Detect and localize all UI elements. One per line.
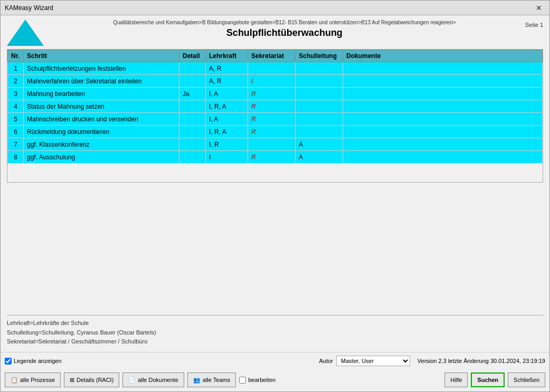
table-cell: 8 [8, 151, 24, 164]
details-raci-label: Details (RACI) [77, 377, 113, 383]
version-text: Version 2.3 letzte Änderung 30.01.2024, … [418, 358, 545, 364]
table-cell [296, 75, 343, 88]
table-cell [343, 113, 543, 126]
table-cell: 6 [8, 126, 24, 138]
hilfe-label: Hilfe [450, 377, 462, 383]
alle-dokumente-button[interactable]: 📄 alle Dokumente [122, 372, 184, 387]
table-cell [343, 151, 543, 164]
table-cell: Schulpflichtverletzungen feststellen [24, 62, 179, 75]
table-body: 1Schulpflichtverletzungen feststellenA, … [8, 62, 543, 164]
author-select[interactable]: Master, User [336, 356, 410, 366]
header-text: Qualitätsbereiche und Kernaufgaben>B Bil… [49, 20, 520, 39]
alle-prozesse-button[interactable]: 📋 alle Prozesse [5, 372, 61, 387]
table-cell: Mahnung bearbeiten [24, 88, 179, 100]
window-title: KAMeasy Wizard [5, 4, 53, 12]
schliessen-button[interactable]: Schließen [508, 372, 545, 387]
details-raci-button[interactable]: ⊞ Details (RACI) [64, 372, 119, 387]
alle-prozesse-icon: 📋 [11, 377, 18, 384]
bearbeiten-container[interactable]: bearbeiten [239, 377, 276, 384]
table-cell: Mahnschreiben drucken und versenden [24, 113, 179, 126]
table-cell: A, R [206, 75, 248, 88]
bottom-bar: Legende anzeigen Autor Master, User Vers… [1, 352, 549, 369]
col-header-nr: Nr. [8, 50, 24, 62]
col-header-schulleitung: Schulleitung [296, 50, 343, 62]
table-cell: 5 [8, 113, 24, 126]
main-table: Nr. Schritt Detail Lehrkraft Sekretariat… [7, 50, 543, 164]
table-row: 4Status der Mahnung setzenI, R, AR [8, 100, 543, 113]
table-row: 1Schulpflichtverletzungen feststellenA, … [8, 62, 543, 75]
table-cell: Rückmeldung dokumentieren [24, 126, 179, 138]
close-button[interactable]: ✕ [533, 3, 545, 13]
bearbeiten-label: bearbeiten [248, 377, 276, 383]
table-cell [179, 113, 206, 126]
legend-line3: Sekretariat=Sekretariat / Geschäftszimme… [7, 337, 543, 347]
table-cell: R [248, 126, 296, 138]
table-cell: I, R, A [206, 126, 248, 138]
table-row: 6Rückmeldung dokumentierenI, R, AR [8, 126, 543, 138]
table-row: 2Mahnverfahren über Sekretariat einleite… [8, 75, 543, 88]
table-cell [343, 126, 543, 138]
table-cell [343, 100, 543, 113]
table-cell: 2 [8, 75, 24, 88]
alle-dokumente-icon: 📄 [128, 377, 136, 384]
table-cell [296, 126, 343, 138]
main-table-container: Nr. Schritt Detail Lehrkraft Sekretariat… [7, 49, 543, 183]
table-cell: ggf. Ausschulung [24, 151, 179, 164]
col-header-detail: Detail [179, 50, 206, 62]
logo [7, 20, 44, 46]
table-cell: I, A [206, 113, 248, 126]
table-cell [343, 62, 543, 75]
bearbeiten-checkbox[interactable] [239, 377, 246, 384]
table-cell: R [248, 88, 296, 100]
details-raci-icon: ⊞ [70, 377, 74, 384]
table-cell: 1 [8, 62, 24, 75]
table-header-row: Nr. Schritt Detail Lehrkraft Sekretariat… [8, 50, 543, 62]
header-section: Qualitätsbereiche und Kernaufgaben>B Bil… [7, 20, 543, 46]
col-header-lehrkraft: Lehrkraft [206, 50, 248, 62]
table-cell [179, 151, 206, 164]
hilfe-button[interactable]: Hilfe [444, 372, 468, 387]
alle-prozesse-label: alle Prozesse [20, 377, 55, 383]
alle-teams-icon: 👥 [193, 377, 201, 384]
main-window: KAMeasy Wizard ✕ Qualitätsbereiche und K… [0, 0, 550, 392]
suchen-label: Suchen [477, 377, 498, 383]
legend-checkbox[interactable] [5, 358, 12, 365]
alle-teams-button[interactable]: 👥 alle Teams [187, 372, 236, 387]
suchen-button[interactable]: Suchen [471, 372, 505, 387]
table-cell: Ja [179, 88, 206, 100]
table-row: 8ggf. AusschulungIRA [8, 151, 543, 164]
col-header-schritt: Schritt [24, 50, 179, 62]
table-cell [179, 62, 206, 75]
title-bar: KAMeasy Wizard ✕ [1, 1, 549, 15]
table-cell: A, R [206, 62, 248, 75]
table-cell: I, A [206, 88, 248, 100]
table-cell: 3 [8, 88, 24, 100]
alle-dokumente-label: alle Dokumente [138, 377, 178, 383]
page-number: Seite 1 [525, 22, 543, 28]
logo-triangle-icon [7, 20, 44, 46]
breadcrumb: Qualitätsbereiche und Kernaufgaben>B Bil… [49, 20, 520, 25]
legend-line1: Lehrkraft=Lehrkräfte der Schule [7, 319, 543, 328]
table-cell: I, R, A [206, 100, 248, 113]
table-cell [296, 113, 343, 126]
table-cell [179, 100, 206, 113]
col-header-sekretariat: Sekretariat [248, 50, 296, 62]
table-cell: 4 [8, 100, 24, 113]
schliessen-label: Schließen [514, 377, 539, 383]
table-cell: A [296, 151, 343, 164]
legend-checkbox-container[interactable]: Legende anzeigen [5, 358, 62, 365]
action-bar: 📋 alle Prozesse ⊞ Details (RACI) 📄 alle … [1, 369, 549, 391]
legend-checkbox-label[interactable]: Legende anzeigen [14, 358, 62, 364]
table-cell [179, 138, 206, 151]
author-section: Autor Master, User Version 2.3 letzte Än… [319, 356, 546, 366]
table-cell: I [248, 75, 296, 88]
table-cell: R [248, 151, 296, 164]
cell-value-red: R [251, 116, 256, 123]
cell-value-red: R [251, 103, 256, 110]
legend-section: Lehrkraft=Lehrkräfte der Schule Schullei… [7, 315, 543, 349]
table-cell [179, 75, 206, 88]
legend-line2: Schulleitung=Schulleitung, Cyranus Bauer… [7, 328, 543, 338]
table-cell [343, 88, 543, 100]
table-cell: R [248, 100, 296, 113]
cell-value-red: R [251, 128, 256, 136]
